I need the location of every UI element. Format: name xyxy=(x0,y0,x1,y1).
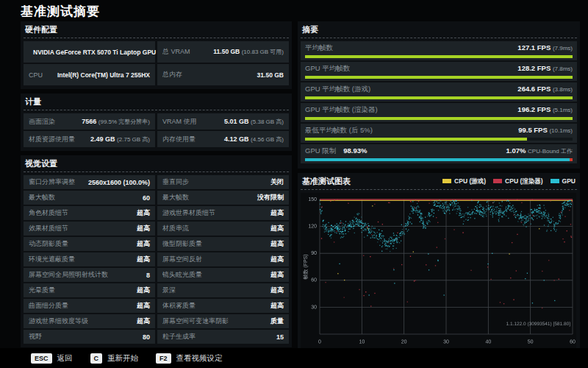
setting-cell-bloom: 光晕质量超高 xyxy=(24,283,155,297)
cell-label: 材质资源使用量 xyxy=(29,135,75,144)
section-title-metrics: 计量 xyxy=(24,95,289,110)
fps-bar-track xyxy=(305,96,573,99)
setting-cell-dynamic-shadow: 动态阴影质量超高 xyxy=(24,237,155,251)
hardware-cell-total-memory: 总内存 31.50 GB xyxy=(157,64,289,85)
chart-header: 基准测试图表 CPU (游戏) CPU (渲染器) GPU xyxy=(301,174,577,190)
setting-cell-depth-of-field: 景深超高 xyxy=(157,283,289,297)
cell-label: 总内存 xyxy=(162,70,182,79)
section-summary: 摘要 平均帧数 127.1 FPS (7.9ms) GPU 平均帧数 128.2… xyxy=(298,21,580,169)
hardware-cell-gpu: GPU NVIDIA GeForce RTX 5070 Ti Laptop GP… xyxy=(24,41,155,63)
fps-bar-fill xyxy=(305,138,527,141)
cell-value: 7566 (99.5% 完整分辨率) xyxy=(82,118,150,126)
section-hardware: 硬件配置 GPU NVIDIA GeForce RTX 5070 Ti Lapt… xyxy=(21,21,292,89)
hardware-grid: GPU NVIDIA GeForce RTX 5070 Ti Laptop GP… xyxy=(24,41,289,85)
right-column: 摘要 平均帧数 127.1 FPS (7.9ms) GPU 平均帧数 128.2… xyxy=(298,21,580,368)
hardware-title-text: 硬件配置 xyxy=(25,24,57,35)
setting-cell-max-fps-limit: 最大帧数没有限制 xyxy=(157,191,289,205)
legend-swatch-red xyxy=(493,179,502,183)
hardware-cell-total-vram: 总 VRAM 11.50 GB (10.83 GB 可用) xyxy=(157,41,289,63)
summary-row-low-5pct-fps: 最低平均帧数 (后 5%) 99.5 FPS (10.1ms) xyxy=(301,124,577,143)
hardware-cell-cpu: CPU Intel(R) Core(TM) Ultra 7 255HX xyxy=(24,64,155,85)
setting-cell-lens-flare: 镜头眩光质量超高 xyxy=(157,268,289,282)
setting-cell-vsync: 垂直同步关闭 xyxy=(157,175,289,189)
setting-cell-tessellation: 曲面细分质量超高 xyxy=(24,299,155,313)
visual-settings-grid: 窗口分辨率调整2560x1600 (100.0%) 垂直同步关闭 最大帧数60 … xyxy=(24,175,289,344)
content-columns: 硬件配置 GPU NVIDIA GeForce RTX 5070 Ti Lapt… xyxy=(21,21,580,368)
cell-value: 11.50 GB (10.83 GB 可用) xyxy=(213,48,284,56)
legend-swatch-yellow xyxy=(442,179,451,183)
gpu-bound-bar-cpu-segment xyxy=(570,158,573,161)
cell-value: 5.01 GB (5.38 GB 高) xyxy=(224,118,284,126)
cell-value: 4.12 GB (4.56 GB 高) xyxy=(224,135,284,144)
fps-bar-fill xyxy=(305,55,573,58)
benchmark-chart-canvas xyxy=(301,193,576,368)
summary-row-gpu-avg-fps: GPU 平均帧数 128.2 FPS (7.8ms) xyxy=(301,62,577,81)
section-metrics: 计量 画面渲染 7566 (99.5% 完整分辨率) VRAM 使用 5.01 … xyxy=(21,93,292,151)
fps-bar-track xyxy=(305,55,573,58)
page-title: 基准测试摘要 xyxy=(21,3,100,20)
legend-item-cpu-renderer: CPU (渲染器) xyxy=(493,176,542,186)
gpu-bound-bar-track xyxy=(305,158,573,161)
summary-row-gpu-avg-fps-game: GPU 平均帧数 (游戏) 264.6 FPS (3.8ms) xyxy=(301,82,577,102)
video-settings-key-button[interactable]: F2 xyxy=(156,353,171,364)
benchmark-summary-screen: 基准测试摘要 硬件配置 GPU NVIDIA GeForce RTX 5070 … xyxy=(0,0,588,368)
setting-cell-ssr: 屏幕空间反射超高 xyxy=(157,252,289,266)
legend-swatch-cyan xyxy=(551,179,559,183)
summary-row-avg-fps: 平均帧数 127.1 FPS (7.9ms) xyxy=(301,41,577,60)
video-settings-label: 查看视频设定 xyxy=(176,353,223,364)
metrics-grid: 画面渲染 7566 (99.5% 完整分辨率) VRAM 使用 5.01 GB … xyxy=(24,113,289,147)
section-visual-settings: 视觉设置 窗口分辨率调整2560x1600 (100.0%) 垂直同步关闭 最大… xyxy=(21,155,292,347)
summary-row-gpu-avg-fps-renderer: GPU 平均帧数 (渲染器) 196.2 FPS (5.1ms) xyxy=(301,103,577,122)
setting-cell-ssgi-rays: 屏幕空间全局照明射线计数8 xyxy=(24,268,155,282)
setting-cell-volumetric-fog: 体积雾质量超高 xyxy=(157,299,289,313)
cell-label: 画面渲染 xyxy=(29,117,55,127)
fps-bar-track xyxy=(305,76,573,79)
setting-cell-micro-shadow: 微型阴影质量超高 xyxy=(157,237,289,251)
setting-cell-max-fps: 最大帧数60 xyxy=(24,191,155,205)
setting-cell-world-texture: 游戏世界材质细节超高 xyxy=(157,206,289,220)
section-benchmark-chart: 基准测试图表 CPU (游戏) CPU (渲染器) GPU xyxy=(298,173,580,368)
chart-title-text: 基准测试图表 xyxy=(302,176,351,186)
cell-label: 总 VRAM xyxy=(162,47,190,57)
metric-cell-frames-rendered: 画面渲染 7566 (99.5% 完整分辨率) xyxy=(24,113,155,130)
summary-title-text: 摘要 xyxy=(302,24,318,35)
cell-label: 内存使用量 xyxy=(162,135,196,144)
summary-row-gpu-bound: GPU 限制 98.93% 1.07% CPU-Bound 工作 xyxy=(301,144,577,163)
metric-cell-memory-usage: 内存使用量 4.12 GB (4.56 GB 高) xyxy=(157,131,289,147)
setting-cell-character-texture: 角色材质细节超高 xyxy=(24,206,155,220)
legend-item-gpu: GPU xyxy=(551,176,576,186)
section-title-visual-settings: 视觉设置 xyxy=(24,157,289,172)
back-label: 返回 xyxy=(57,353,73,364)
setting-cell-effects-texture: 效果材质细节超高 xyxy=(24,222,155,236)
section-title-hardware: 硬件配置 xyxy=(24,23,289,38)
setting-cell-particle-rate: 粒子生成率15 xyxy=(157,330,289,344)
legend-item-cpu-game: CPU (游戏) xyxy=(442,176,486,186)
setting-cell-ambient-occlusion: 环境光遮蔽质量超高 xyxy=(24,252,155,266)
visual-title-text: 视觉设置 xyxy=(25,158,57,169)
setting-cell-vrs: 屏幕空间可变速率阴影质量 xyxy=(157,314,289,328)
restart-key-button[interactable]: C xyxy=(90,353,103,364)
esc-key-button[interactable]: ESC xyxy=(31,353,52,364)
fps-bar-fill xyxy=(305,96,573,99)
metrics-title-text: 计量 xyxy=(25,96,41,107)
cell-label: CPU xyxy=(29,71,43,79)
footer-hotkey-bar: ESC 返回 C 重新开始 F2 查看视频设定 xyxy=(0,348,588,368)
restart-label: 重新开始 xyxy=(107,353,138,364)
setting-cell-world-lod: 游戏世界细致度等级超高 xyxy=(24,314,155,328)
fps-bar-fill xyxy=(305,76,573,79)
metric-cell-texture-usage: 材质资源使用量 2.49 GB (2.75 GB 高) xyxy=(24,131,155,147)
fps-bar-track xyxy=(305,138,573,141)
chart-legend: CPU (游戏) CPU (渲染器) GPU xyxy=(442,176,576,186)
cell-value: 2.49 GB (2.75 GB 高) xyxy=(90,135,150,144)
fps-bar-track xyxy=(305,117,573,120)
metric-cell-vram-usage: VRAM 使用 5.01 GB (5.38 GB 高) xyxy=(157,113,289,130)
cell-value: Intel(R) Core(TM) Ultra 7 255HX xyxy=(57,71,150,79)
setting-cell-texture-streaming: 材质串流超高 xyxy=(157,222,289,236)
section-title-summary: 摘要 xyxy=(301,23,577,38)
setting-cell-fov: 视野80 xyxy=(24,330,155,344)
setting-cell-resolution-scale: 窗口分辨率调整2560x1600 (100.0%) xyxy=(24,175,155,189)
cell-label: VRAM 使用 xyxy=(162,117,197,127)
fps-bar-fill xyxy=(305,117,573,120)
gpu-bound-bar-gpu-segment xyxy=(305,158,570,161)
cell-value: 31.50 GB xyxy=(257,71,284,79)
